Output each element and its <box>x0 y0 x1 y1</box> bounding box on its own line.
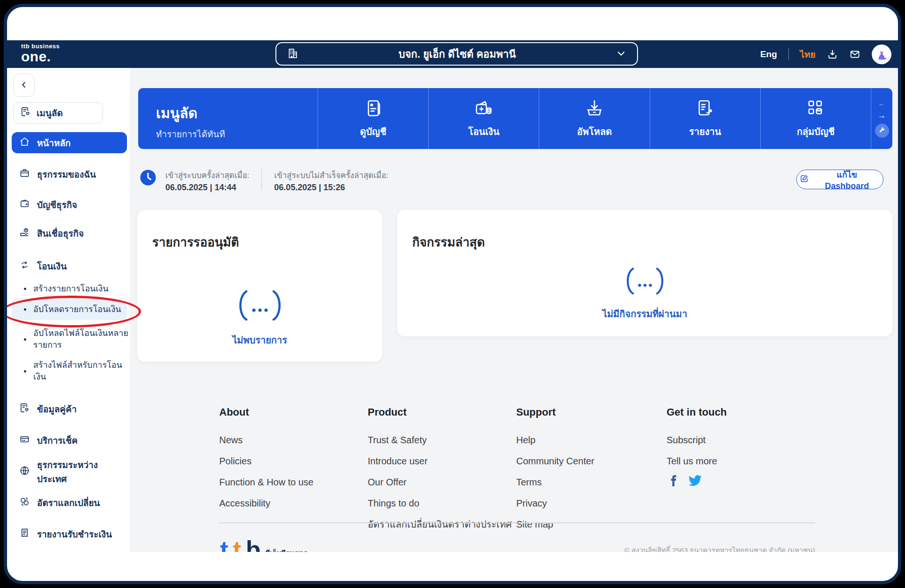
footer-social-icons <box>670 475 702 489</box>
cat-illustration <box>879 51 886 60</box>
footer-link-accessibility[interactable]: Accessibility <box>219 493 313 514</box>
chevron-left-icon <box>19 80 29 91</box>
sidebar-item-my-transactions[interactable]: ธุรกรรมของฉัน <box>12 166 127 183</box>
bullet-icon <box>24 370 26 372</box>
footer-link-news[interactable]: News <box>219 430 313 451</box>
quick-menu-account-groups[interactable]: กลุ่มบัญชี <box>760 88 871 149</box>
cheque-card-icon <box>19 434 30 447</box>
sidebar-navigation: เมนูลัด หน้าหลัก ธุรกรรมของฉัน บัญชีธุรก… <box>7 68 130 552</box>
chevron-down-icon <box>616 48 627 60</box>
company-selector[interactable]: บจก. ยูเอ็ก ดีไซต์ คอมพานี <box>275 42 638 66</box>
logo-letter-t2: t <box>233 539 241 552</box>
quick-menu-header: เมนูลัด ทำรายการได้ทันที <box>138 88 318 149</box>
empty-brackets-icon <box>231 289 289 324</box>
logo-tagline: ทีเอ็มบีธนชาต <box>265 548 308 552</box>
sidebar-item-label: สินเชื่อธุรกิจ <box>37 226 84 240</box>
sidebar-item-label: บริการเช็ค <box>37 433 78 447</box>
quick-menu-upload[interactable]: อัพโหลด <box>539 88 649 149</box>
building-icon <box>287 47 299 61</box>
receipt-icon <box>19 528 30 541</box>
sidebar-subitem-create-transfer[interactable]: สร้างรายการโอนเงิน <box>18 282 129 296</box>
sidebar-item-cheque-services[interactable]: บริการเช็ค <box>12 432 127 449</box>
sidebar-item-business-accounts[interactable]: บัญชีธุรกิจ <box>12 196 127 213</box>
sidebar-subitem-upload-transfer[interactable]: อัปโหลดรายการโอนเงิน <box>12 298 127 320</box>
sidebar-item-partner-info[interactable]: ข้อมูลคู่ค้า <box>12 401 127 417</box>
footer-link-privacy[interactable]: Privacy <box>516 493 594 514</box>
quick-menu-transfer[interactable]: โอนเงิน <box>428 88 539 149</box>
wallet-transfer-icon <box>474 98 494 120</box>
language-thai[interactable]: ไทย <box>800 47 816 61</box>
sidebar-item-label: อัตราแลกเปลี่ยน <box>37 496 100 510</box>
briefcase-icon <box>19 168 30 181</box>
last-failed-login-value: 06.05.2025 | 15:26 <box>274 183 388 193</box>
footer-link-function-how-to-use[interactable]: Function & How to use <box>219 472 313 493</box>
edit-dashboard-button[interactable]: แก้ไข Dashboard <box>796 170 883 189</box>
document-heart-icon <box>19 402 30 416</box>
footer-link-foreign-exchange-rates[interactable]: อัตราแลกเปลี่ยนเงินตราต่างประเทศ <box>368 514 512 535</box>
scroll-left-arrow-icon[interactable]: ← <box>878 99 886 107</box>
sidebar-shortcut-menu-button[interactable]: เมนูลัด <box>13 102 103 124</box>
quick-menu-panel: เมนูลัด ทำรายการได้ทันที ดูบัญชี โอนเงิน <box>138 88 892 149</box>
logo-letter-b: b <box>246 539 261 552</box>
sidebar-collapse-button[interactable] <box>13 74 35 97</box>
footer-column-support: Support Help Community Center Terms Priv… <box>516 406 594 535</box>
last-failed-login-block: เข้าสู่ระบบไม่สำเร็จครั้งล่าสุดเมื่อ: 06… <box>274 169 388 193</box>
sidebar-item-label: ธุรกรรมระหว่างประเทศ <box>37 458 127 486</box>
footer-link-our-offer[interactable]: Our Offer <box>368 472 512 493</box>
brand-one-text: one. <box>21 50 60 64</box>
last-login-value: 06.05.2025 | 14:44 <box>165 183 249 193</box>
footer-link-policies[interactable]: Policies <box>219 451 313 472</box>
download-icon[interactable] <box>827 49 838 60</box>
edit-dashboard-label: แก้ไข Dashboard <box>814 168 880 191</box>
transfer-arrows-icon <box>19 260 30 273</box>
sidebar-item-payment-reports[interactable]: รายงานรับชำระเงิน <box>12 526 127 543</box>
quick-menu-reports[interactable]: รายงาน <box>650 88 760 149</box>
sidebar-item-label: ข้อมูลคู่ค้า <box>37 402 77 416</box>
sidebar-subitem-create-transfer-file[interactable]: สร้างไฟล์สำหรับการโอนเงิน <box>18 359 129 383</box>
facebook-icon[interactable] <box>670 475 676 489</box>
customize-quick-menu-button[interactable] <box>875 124 889 138</box>
footer-link-community-center[interactable]: Community Center <box>516 451 594 472</box>
footer-column-get-in-touch: Get in touch Subscript Tell us more <box>667 406 727 472</box>
footer-link-tell-us-more[interactable]: Tell us more <box>667 451 727 472</box>
edit-pencil-icon <box>800 174 809 186</box>
last-failed-login-label: เข้าสู่ระบบไม่สำเร็จครั้งล่าสุดเมื่อ: <box>274 169 388 181</box>
currency-exchange-icon <box>19 496 30 509</box>
footer-link-trust-safety[interactable]: Trust & Safety <box>368 430 512 451</box>
sidebar-subitem-label: อัปโหลดไฟล์โอนเงินหลายรายการ <box>33 327 129 351</box>
footer-column-about: About News Policies Function & How to us… <box>219 406 313 514</box>
footer-link-introduce-user[interactable]: Introduce user <box>368 451 512 472</box>
wrench-icon <box>878 127 885 135</box>
header-actions: Eng ไทย <box>760 40 891 68</box>
pending-approvals-empty-state: ไม่พบรายการ <box>137 289 382 348</box>
footer-link-terms[interactable]: Terms <box>516 472 594 493</box>
language-english[interactable]: Eng <box>760 49 777 60</box>
sidebar-item-international-transactions[interactable]: ธุรกรรมระหว่างประเทศ <box>12 463 127 480</box>
pending-approvals-empty-text: ไม่พบรายการ <box>232 333 287 348</box>
sidebar-item-transfer[interactable]: โอนเงิน <box>12 258 127 275</box>
mail-icon[interactable] <box>849 49 860 60</box>
quick-menu-subtitle: ทำรายการได้ทันที <box>156 127 318 141</box>
footer-link-site-map[interactable]: Site map <box>516 514 594 535</box>
sidebar-item-label: โอนเงิน <box>37 259 67 273</box>
user-avatar[interactable] <box>872 45 891 64</box>
sidebar-subitem-label: สร้างไฟล์สำหรับการโอนเงิน <box>33 359 129 383</box>
bullet-icon <box>24 308 26 311</box>
footer-link-subscript[interactable]: Subscript <box>667 430 727 451</box>
sidebar-item-home[interactable]: หน้าหลัก <box>12 132 127 153</box>
quick-menu-view-accounts[interactable]: ดูบัญชี <box>318 88 428 149</box>
scroll-right-arrow-icon[interactable]: → <box>878 112 886 119</box>
document-heart-icon <box>20 106 31 119</box>
sidebar-subitem-upload-bulk-transfer-file[interactable]: อัปโหลดไฟล์โอนเงินหลายรายการ <box>18 327 129 351</box>
company-name: บจก. ยูเอ็ก ดีไซต์ คอมพานี <box>299 46 616 62</box>
footer-column-title: Product <box>368 406 512 418</box>
sidebar-item-exchange-rates[interactable]: อัตราแลกเปลี่ยน <box>12 494 127 511</box>
footer-link-things-to-do[interactable]: Things to do <box>368 493 512 514</box>
sidebar-item-business-loans[interactable]: สินเชื่อธุรกิจ <box>12 225 127 242</box>
twitter-icon[interactable] <box>689 475 702 488</box>
footer-link-help[interactable]: Help <box>516 430 594 451</box>
report-icon <box>695 98 715 120</box>
recent-activity-empty-text: ไม่มีกิจกรรมที่ผ่านมา <box>602 306 687 321</box>
quick-menu-title: เมนูลัด <box>156 102 318 124</box>
last-login-block: เข้าสู่ระบบครั้งล่าสุดเมื่อ: 06.05.2025 … <box>165 169 249 193</box>
